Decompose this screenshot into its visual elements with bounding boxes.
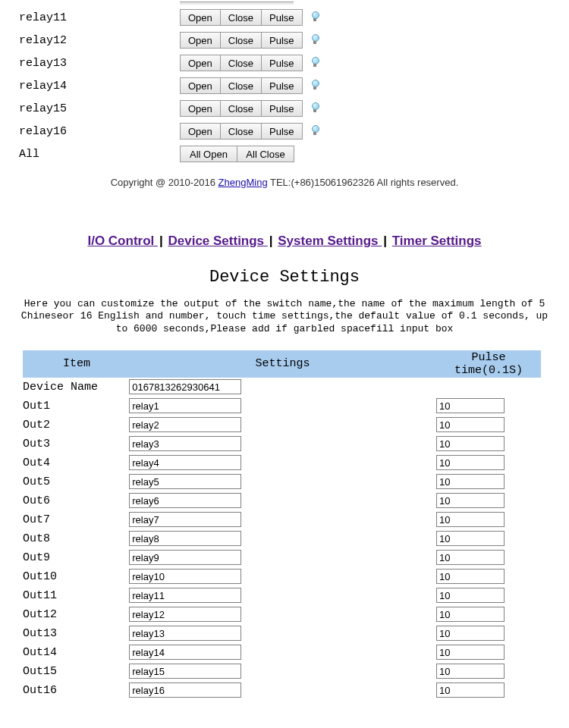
out-label: Out10 — [23, 567, 129, 586]
out-pulse-input[interactable] — [436, 417, 505, 432]
table-row: Out1 — [23, 397, 541, 416]
open-button[interactable]: Open — [180, 55, 221, 71]
settings-table: Item Settings Pulse time(0.1S) Device Na… — [23, 350, 541, 700]
header-settings: Settings — [129, 350, 436, 378]
nav-timer-settings[interactable]: Timer Settings — [392, 234, 482, 248]
header-item: Item — [23, 350, 129, 378]
open-button[interactable]: Open — [180, 9, 221, 26]
table-row: Out13 — [23, 624, 541, 643]
out-label: Out7 — [23, 510, 129, 529]
copyright: Copyright @ 2010-2016 ZhengMing TEL:(+86… — [0, 177, 569, 188]
copyright-link[interactable]: ZhengMing — [218, 177, 268, 188]
open-button[interactable]: Open — [180, 32, 221, 49]
out-label: Out1 — [23, 397, 129, 416]
out-pulse-input[interactable] — [436, 607, 505, 622]
all-open-button[interactable]: All Open — [180, 146, 237, 162]
out-pulse-input[interactable] — [436, 626, 505, 641]
out-pulse-input[interactable] — [436, 493, 505, 508]
bulb-icon — [310, 102, 319, 115]
out-name-input[interactable] — [129, 512, 241, 527]
page-description: Here you can customize the output of the… — [0, 298, 569, 335]
pulse-button[interactable]: Pulse — [261, 55, 303, 71]
relay-label: relay14 — [19, 80, 180, 93]
out-name-input[interactable] — [129, 664, 241, 679]
out-pulse-input[interactable] — [436, 398, 505, 413]
open-button[interactable]: Open — [180, 123, 221, 140]
table-row: Out9 — [23, 548, 541, 567]
out-pulse-input[interactable] — [436, 550, 505, 565]
out-pulse-input[interactable] — [436, 682, 505, 698]
table-row: Out16 — [23, 681, 541, 700]
close-button[interactable]: Close — [220, 55, 262, 71]
relay-label: relay11 — [19, 11, 180, 24]
table-row: relay12OpenClosePulse — [0, 29, 569, 52]
nav-io-control[interactable]: I/O Control — [87, 234, 158, 248]
all-close-button[interactable]: All Close — [237, 146, 294, 162]
bulb-icon — [310, 57, 319, 69]
out-name-input[interactable] — [129, 436, 241, 451]
out-pulse-input[interactable] — [436, 474, 505, 489]
pulse-button[interactable]: Pulse — [261, 77, 303, 94]
out-pulse-input[interactable] — [436, 569, 505, 584]
out-label: Out4 — [23, 453, 129, 472]
out-pulse-input[interactable] — [436, 645, 505, 660]
out-name-input[interactable] — [129, 682, 241, 698]
out-name-input[interactable] — [129, 645, 241, 660]
out-pulse-input[interactable] — [436, 664, 505, 679]
out-name-input[interactable] — [129, 569, 241, 584]
open-button[interactable]: Open — [180, 100, 221, 117]
out-pulse-input[interactable] — [436, 436, 505, 451]
out-name-input[interactable] — [129, 626, 241, 641]
out-name-input[interactable] — [129, 417, 241, 432]
page-title: Device Settings — [0, 268, 569, 287]
out-label: Out9 — [23, 548, 129, 567]
out-name-input[interactable] — [129, 474, 241, 489]
out-name-input[interactable] — [129, 493, 241, 508]
out-name-input[interactable] — [129, 607, 241, 622]
pulse-button[interactable]: Pulse — [261, 100, 303, 117]
relay-label: relay12 — [19, 34, 180, 47]
device-name-input[interactable] — [129, 379, 241, 394]
out-name-input[interactable] — [129, 588, 241, 603]
out-name-input[interactable] — [129, 531, 241, 546]
out-pulse-input[interactable] — [436, 512, 505, 527]
out-label: Out3 — [23, 435, 129, 453]
open-button[interactable]: Open — [180, 77, 221, 94]
out-name-input[interactable] — [129, 455, 241, 470]
table-row: Out3 — [23, 435, 541, 453]
close-button[interactable]: Close — [220, 32, 262, 49]
nav-sep: | — [158, 234, 168, 248]
pulse-button[interactable]: Pulse — [261, 32, 303, 49]
table-row: Out11 — [23, 586, 541, 605]
close-button[interactable]: Close — [220, 100, 262, 117]
table-row: relay13OpenClosePulse — [0, 52, 569, 74]
table-row: relay14OpenClosePulse — [0, 74, 569, 97]
table-row: Out8 — [23, 529, 541, 548]
table-row: Out12 — [23, 605, 541, 624]
pulse-button[interactable]: Pulse — [261, 123, 303, 140]
close-button[interactable]: Close — [220, 9, 262, 26]
header-pulse: Pulse time(0.1S) — [436, 350, 541, 378]
pulse-button[interactable]: Pulse — [261, 9, 303, 26]
out-pulse-input[interactable] — [436, 455, 505, 470]
out-name-input[interactable] — [129, 398, 241, 413]
out-name-input[interactable] — [129, 550, 241, 565]
nav-links: I/O Control | Device Settings | System S… — [0, 234, 569, 249]
bulb-icon — [310, 80, 319, 92]
close-button[interactable]: Close — [220, 77, 262, 94]
out-label: Out6 — [23, 491, 129, 510]
table-row: relay11OpenClosePulse — [0, 6, 569, 29]
out-label: Out16 — [23, 681, 129, 700]
out-label: Out15 — [23, 662, 129, 681]
copyright-post: TEL:(+86)15061962326 All rights reserved… — [268, 177, 459, 188]
nav-system-settings[interactable]: System Settings — [278, 234, 382, 248]
bulb-icon — [310, 11, 319, 24]
out-label: Out5 — [23, 472, 129, 491]
close-button[interactable]: Close — [220, 123, 262, 140]
out-pulse-input[interactable] — [436, 531, 505, 546]
out-label: Out14 — [23, 643, 129, 662]
table-row: Out15 — [23, 662, 541, 681]
nav-device-settings[interactable]: Device Settings — [168, 234, 267, 248]
table-row — [0, 0, 569, 6]
out-pulse-input[interactable] — [436, 588, 505, 603]
